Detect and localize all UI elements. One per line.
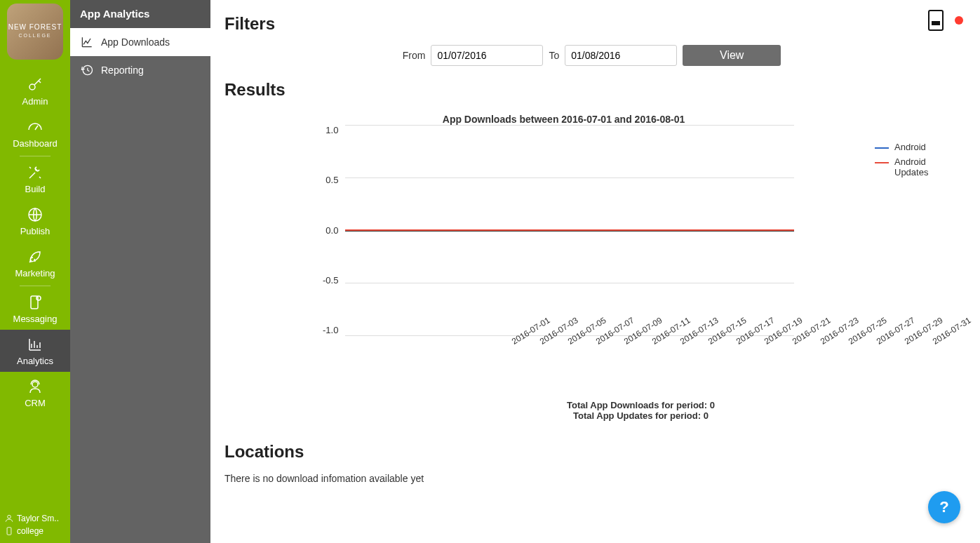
brand-logo[interactable]: NEW FOREST COLLEGE xyxy=(7,4,63,60)
brand-line2: COLLEGE xyxy=(8,32,62,40)
rocket-icon xyxy=(27,248,43,265)
phone-chat-icon xyxy=(27,294,43,311)
chart-icon xyxy=(27,336,43,353)
chart-grid-line xyxy=(345,125,794,126)
y-tick: -0.5 xyxy=(323,275,338,286)
subnav-title: App Analytics xyxy=(70,0,210,28)
main-content: Filters From To View Results App Downloa… xyxy=(210,0,980,543)
filter-row: From To View xyxy=(224,45,959,66)
chart-grid-line xyxy=(345,283,794,283)
rail-item-publish[interactable]: Publish xyxy=(0,200,70,242)
legend-android: Android xyxy=(875,142,959,152)
legend-label: Android Updates xyxy=(894,156,959,177)
rail-items: Admin Dashboard Build Publish Marke xyxy=(0,63,70,509)
total-updates: Total App Updates for period: 0 xyxy=(323,410,959,421)
user-icon xyxy=(4,514,14,523)
rail-item-crm[interactable]: CRM xyxy=(0,372,70,414)
filters-heading: Filters xyxy=(224,14,959,34)
legend-android-updates: Android Updates xyxy=(875,156,959,177)
rail-label: Marketing xyxy=(15,268,55,279)
rail-label: Publish xyxy=(20,226,51,236)
chart-y-axis: 1.00.50.0-0.5-1.0 xyxy=(323,125,345,335)
svg-point-3 xyxy=(36,296,41,300)
legend-label: Android xyxy=(894,142,926,152)
locations-heading: Locations xyxy=(224,442,959,462)
tools-icon xyxy=(27,164,43,181)
from-label: From xyxy=(403,50,426,61)
y-tick: 1.0 xyxy=(325,125,338,135)
y-tick: 0.5 xyxy=(325,175,338,185)
rail-label: Messaging xyxy=(13,314,58,324)
footer-org[interactable]: college xyxy=(4,525,66,537)
rail-label: Admin xyxy=(22,96,48,107)
rail-label: Build xyxy=(25,184,46,194)
person-headset-icon xyxy=(27,378,43,395)
rail-item-marketing[interactable]: Marketing xyxy=(0,242,70,284)
from-input[interactable] xyxy=(431,45,543,66)
rail-item-messaging[interactable]: Messaging xyxy=(0,288,70,330)
rail-item-analytics[interactable]: Analytics xyxy=(0,330,70,372)
rail-item-dashboard[interactable]: Dashboard xyxy=(0,112,70,154)
chart-title: App Downloads between 2016-07-01 and 201… xyxy=(323,114,959,125)
brand-line1: NEW FOREST xyxy=(8,23,62,31)
svg-rect-6 xyxy=(7,528,11,535)
svg-point-0 xyxy=(29,84,35,90)
clock-back-icon xyxy=(80,63,94,77)
subnav-item-reporting[interactable]: Reporting xyxy=(70,56,210,84)
status-red-dot[interactable] xyxy=(955,16,963,25)
footer-org-name: college xyxy=(17,526,43,536)
results-heading: Results xyxy=(224,80,959,100)
gauge-icon xyxy=(27,119,43,135)
subnav-label: App Downloads xyxy=(101,36,170,48)
subnav-item-downloads[interactable]: App Downloads xyxy=(70,28,210,56)
chart-totals: Total App Downloads for period: 0 Total … xyxy=(323,400,959,421)
rail-label: Analytics xyxy=(17,356,53,366)
downloads-graph-icon xyxy=(80,35,94,49)
legend-swatch-updates xyxy=(875,162,889,163)
legend-swatch-android xyxy=(875,147,889,149)
help-icon: ? xyxy=(939,498,948,516)
rail-separator xyxy=(20,286,51,286)
to-label: To xyxy=(549,50,559,61)
view-button[interactable]: View xyxy=(683,45,781,66)
locations-empty-text: There is no download infomation availabl… xyxy=(224,473,959,484)
series-line-android-updates xyxy=(345,229,794,231)
rail-item-admin[interactable]: Admin xyxy=(0,70,70,112)
chart-legend: Android Android Updates xyxy=(875,142,959,182)
phone-small-icon xyxy=(4,526,14,536)
y-tick: -1.0 xyxy=(323,325,338,335)
total-downloads: Total App Downloads for period: 0 xyxy=(323,400,959,410)
rail-label: Dashboard xyxy=(13,138,58,149)
footer-user[interactable]: Taylor Sm.. xyxy=(4,512,66,525)
svg-point-5 xyxy=(8,515,11,518)
footer-user-name: Taylor Sm.. xyxy=(17,514,59,523)
subnav-panel: App Analytics App Downloads Reporting xyxy=(70,0,210,543)
chart-x-axis: 2016-07-012016-07-032016-07-052016-07-07… xyxy=(510,335,959,358)
rail-footer: Taylor Sm.. college xyxy=(0,509,70,543)
svg-point-4 xyxy=(32,382,38,387)
help-button[interactable]: ? xyxy=(928,491,960,523)
rail-separator xyxy=(20,156,51,156)
rail-label: CRM xyxy=(25,398,46,408)
preview-phone-icon[interactable] xyxy=(928,10,944,31)
key-icon xyxy=(27,76,43,93)
chart-plot-area xyxy=(345,125,794,335)
globe-icon xyxy=(27,206,43,223)
to-input[interactable] xyxy=(565,45,677,66)
chart-grid-line xyxy=(345,177,794,178)
top-right-icons xyxy=(928,10,963,31)
primary-nav-rail: NEW FOREST COLLEGE Admin Dashboard Build xyxy=(0,0,70,543)
chart-container: App Downloads between 2016-07-01 and 201… xyxy=(224,114,959,421)
y-tick: 0.0 xyxy=(325,225,338,236)
rail-item-build[interactable]: Build xyxy=(0,158,70,200)
subnav-label: Reporting xyxy=(101,65,144,76)
